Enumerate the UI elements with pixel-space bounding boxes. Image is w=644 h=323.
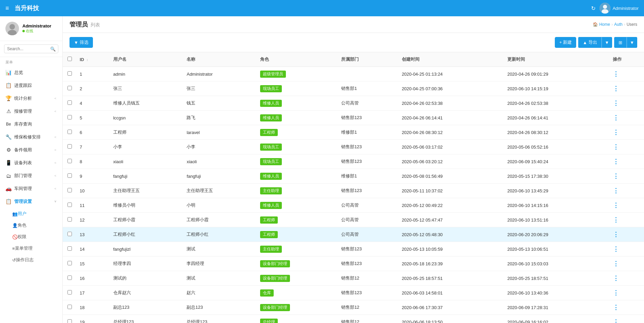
breadcrumb-home-link[interactable]: Home — [599, 22, 610, 27]
row-checkbox[interactable] — [67, 144, 72, 149]
table-row: 19 总经理123 总经理123 总经理 销售部12 2020-06-06 18… — [63, 315, 644, 323]
action-menu-button[interactable]: ⋮ — [613, 144, 619, 150]
columns-dropdown-button[interactable]: ▼ — [627, 37, 637, 48]
breadcrumb-auth-link[interactable]: Auth — [614, 22, 623, 27]
cell-name: 测试 — [183, 242, 257, 256]
action-menu-button[interactable]: ⋮ — [613, 173, 619, 179]
row-checkbox[interactable] — [67, 319, 72, 323]
sidebar-sub-item-permissions[interactable]: 🚫 权限 — [0, 231, 62, 243]
row-checkbox-cell — [63, 286, 76, 300]
cell-role: 现场员工 — [257, 140, 338, 154]
sidebar-sub-item-menu-mgmt[interactable]: ≡ 菜单管理 — [0, 243, 62, 254]
action-menu-button[interactable]: ⋮ — [613, 100, 619, 107]
action-menu-button[interactable]: ⋮ — [613, 304, 619, 311]
action-menu-button[interactable]: ⋮ — [613, 114, 619, 121]
action-menu-button[interactable]: ⋮ — [613, 275, 619, 282]
action-menu-button[interactable]: ⋮ — [613, 202, 619, 209]
sidebar-item-dashboard[interactable]: 📊 总览 — [0, 66, 62, 79]
cell-name: 工程师小红 — [183, 227, 257, 242]
cell-role: 维修人员 — [257, 96, 338, 111]
refresh-icon[interactable]: ↻ — [591, 5, 596, 12]
table-header-row: ID ↕ 用户名 名称 角色 所属部门 创建时间 更新时间 操作 — [63, 52, 644, 67]
header-user-info[interactable]: Administrator — [600, 3, 639, 14]
row-checkbox[interactable] — [67, 217, 72, 222]
cell-role: 工程师 — [257, 213, 338, 227]
sidebar-item-settings[interactable]: 📋 管理设置 ＜ — [0, 195, 62, 208]
sidebar-item-label: 部门管理 — [14, 173, 32, 179]
row-checkbox[interactable] — [67, 232, 72, 236]
cell-username: fangfuji — [110, 169, 183, 184]
columns-button[interactable]: ⊞ — [614, 37, 627, 48]
select-all-checkbox[interactable] — [67, 57, 72, 61]
toolbar-right: + 新建 ▲ 导出 ▼ ⊞ ▼ — [555, 37, 637, 48]
row-checkbox[interactable] — [67, 159, 72, 163]
action-menu-button[interactable]: ⋮ — [613, 187, 619, 194]
cell-action: ⋮ — [609, 184, 644, 198]
row-checkbox[interactable] — [67, 130, 72, 134]
cell-created: 2020-04-26 06:14:41 — [398, 111, 504, 125]
role-badge: 现场员工 — [260, 158, 282, 165]
cell-id: 4 — [76, 96, 110, 111]
filter-button[interactable]: ▼ 筛选 — [70, 37, 93, 48]
chevron-icon: ＜ — [54, 173, 57, 178]
action-menu-button[interactable]: ⋮ — [613, 260, 619, 267]
row-checkbox[interactable] — [67, 188, 72, 192]
sidebar-item-dept[interactable]: 🗂 部门管理 ＜ — [0, 169, 62, 182]
sidebar-item-spare[interactable]: ⚙ 备件领用 ＜ — [0, 144, 62, 156]
sidebar-item-progress[interactable]: 📋 进度跟踪 — [0, 79, 62, 92]
hamburger-menu-icon[interactable]: ≡ — [5, 5, 9, 12]
cell-name: fangfuji — [183, 169, 257, 184]
action-menu-button[interactable]: ⋮ — [613, 216, 619, 223]
new-button[interactable]: + 新建 — [555, 37, 576, 48]
row-checkbox[interactable] — [67, 290, 72, 294]
top-header: ≡ 当升科技 ↻ Administrator — [0, 0, 644, 16]
export-dropdown-button[interactable]: ▼ — [602, 37, 612, 48]
action-menu-button[interactable]: ⋮ — [613, 85, 619, 92]
dept-icon: 🗂 — [5, 173, 12, 179]
sidebar-item-repair[interactable]: ⚠ 报修管理 ＜ — [0, 105, 62, 118]
sidebar-sub-item-users[interactable]: 👥 用户 — [0, 208, 62, 220]
row-checkbox[interactable] — [67, 173, 72, 178]
action-menu-button[interactable]: ⋮ — [613, 71, 619, 77]
action-menu-button[interactable]: ⋮ — [613, 158, 619, 165]
row-checkbox[interactable] — [67, 261, 72, 265]
row-checkbox[interactable] — [67, 203, 72, 207]
row-checkbox[interactable] — [67, 86, 72, 90]
sidebar-item-stats[interactable]: 🏆 统计分析 ＜ — [0, 92, 62, 105]
action-menu-button[interactable]: ⋮ — [613, 246, 619, 252]
sidebar-item-equipment[interactable]: 📱 设备列表 ＜ — [0, 156, 62, 169]
action-menu-button[interactable]: ⋮ — [613, 231, 619, 238]
sidebar-sub-item-roles[interactable]: 👤 角色 — [0, 220, 62, 231]
header-username: 用户名 — [110, 52, 183, 67]
sidebar-sub-item-op-log[interactable]: ↺ 操作日志 — [0, 254, 62, 266]
action-menu-button[interactable]: ⋮ — [613, 289, 619, 296]
export-button[interactable]: ▲ 导出 — [578, 37, 602, 48]
cell-username: 测试的 — [110, 271, 183, 286]
action-menu-button[interactable]: ⋮ — [613, 319, 619, 323]
chevron-icon: ＜ — [54, 186, 57, 191]
cell-dept: 维修部1 — [338, 125, 398, 140]
cell-id: 9 — [76, 169, 110, 184]
row-checkbox-cell — [63, 256, 76, 271]
header-checkbox-cell — [63, 52, 76, 67]
role-badge: 主任助理 — [260, 246, 282, 253]
cell-id: 17 — [76, 286, 110, 300]
action-menu-button[interactable]: ⋮ — [613, 129, 619, 136]
cell-action: ⋮ — [609, 111, 644, 125]
sidebar-item-maintenance[interactable]: 🔧 维保检修安排 ＜ — [0, 131, 62, 144]
row-checkbox[interactable] — [67, 115, 72, 119]
sidebar-item-label: 设备列表 — [14, 160, 32, 166]
cell-username: admin — [110, 67, 183, 81]
table-row: 17 仓库赵六 赵六 仓库 销售部123 2020-06-03 14:58:01… — [63, 286, 644, 300]
cell-id: 15 — [76, 256, 110, 271]
header-id[interactable]: ID ↕ — [76, 52, 110, 67]
cell-name: 副总123 — [183, 300, 257, 315]
sidebar-item-inventory[interactable]: Be 库存查询 — [0, 118, 62, 131]
table-row: 5 lccgsn 路飞 维修人员 销售部123 2020-04-26 06:14… — [63, 111, 644, 125]
row-checkbox[interactable] — [67, 276, 72, 280]
sidebar-item-vehicle[interactable]: 🚗 车间管理 ＜ — [0, 182, 62, 195]
row-checkbox[interactable] — [67, 71, 72, 76]
row-checkbox[interactable] — [67, 100, 72, 105]
row-checkbox[interactable] — [67, 305, 72, 309]
row-checkbox[interactable] — [67, 246, 72, 251]
